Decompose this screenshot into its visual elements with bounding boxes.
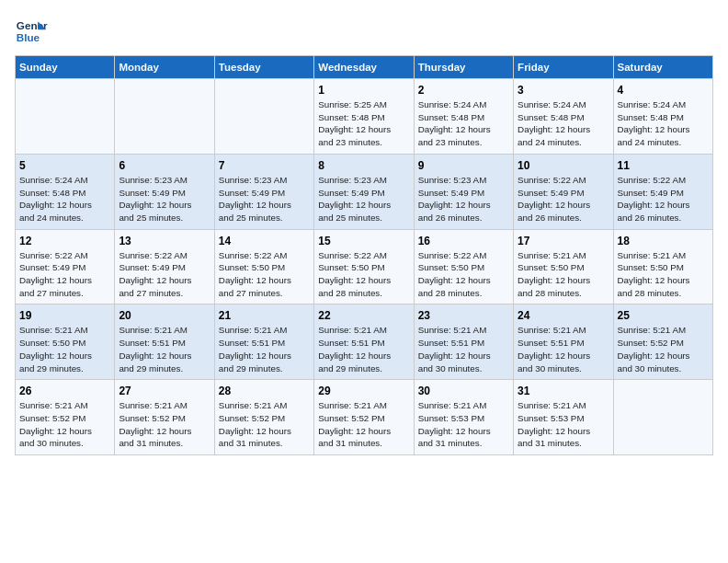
day-info: Sunrise: 5:21 AM Sunset: 5:50 PM Dayligh… — [19, 324, 110, 374]
day-info: Sunrise: 5:21 AM Sunset: 5:53 PM Dayligh… — [418, 399, 509, 450]
calendar-cell: 9Sunrise: 5:23 AM Sunset: 5:49 PM Daylig… — [414, 154, 513, 229]
col-header-wednesday: Wednesday — [314, 56, 414, 79]
day-number: 23 — [418, 309, 509, 322]
logo-icon: General Blue — [15, 15, 48, 48]
day-info: Sunrise: 5:21 AM Sunset: 5:52 PM Dayligh… — [19, 399, 110, 450]
day-info: Sunrise: 5:21 AM Sunset: 5:50 PM Dayligh… — [518, 249, 609, 300]
calendar-cell — [16, 79, 115, 155]
day-info: Sunrise: 5:21 AM Sunset: 5:51 PM Dayligh… — [318, 324, 409, 374]
day-info: Sunrise: 5:24 AM Sunset: 5:48 PM Dayligh… — [418, 98, 509, 149]
col-header-monday: Monday — [115, 56, 214, 79]
col-header-thursday: Thursday — [414, 56, 513, 79]
calendar-cell: 5Sunrise: 5:24 AM Sunset: 5:48 PM Daylig… — [16, 154, 115, 229]
day-info: Sunrise: 5:24 AM Sunset: 5:48 PM Dayligh… — [19, 174, 110, 224]
day-number: 16 — [418, 235, 509, 247]
day-number: 28 — [219, 385, 310, 397]
calendar-cell: 24Sunrise: 5:21 AM Sunset: 5:51 PM Dayli… — [514, 304, 613, 380]
day-info: Sunrise: 5:21 AM Sunset: 5:52 PM Dayligh… — [618, 324, 709, 374]
day-number: 11 — [618, 159, 709, 172]
day-number: 18 — [618, 235, 709, 247]
day-number: 29 — [318, 385, 409, 397]
day-number: 24 — [518, 309, 609, 322]
calendar-cell: 12Sunrise: 5:22 AM Sunset: 5:49 PM Dayli… — [16, 229, 115, 304]
day-number: 21 — [219, 309, 310, 322]
calendar-cell: 7Sunrise: 5:23 AM Sunset: 5:49 PM Daylig… — [214, 154, 313, 229]
day-number: 8 — [318, 159, 409, 172]
calendar-week-row: 1Sunrise: 5:25 AM Sunset: 5:48 PM Daylig… — [16, 79, 713, 155]
calendar-cell: 3Sunrise: 5:24 AM Sunset: 5:48 PM Daylig… — [514, 79, 613, 155]
calendar-cell: 10Sunrise: 5:22 AM Sunset: 5:49 PM Dayli… — [514, 154, 613, 229]
calendar-cell: 16Sunrise: 5:22 AM Sunset: 5:50 PM Dayli… — [414, 229, 513, 304]
day-number: 15 — [318, 235, 409, 247]
calendar-cell: 29Sunrise: 5:21 AM Sunset: 5:52 PM Dayli… — [314, 380, 414, 455]
logo: General Blue — [15, 15, 48, 48]
day-info: Sunrise: 5:21 AM Sunset: 5:51 PM Dayligh… — [219, 324, 310, 374]
day-info: Sunrise: 5:21 AM Sunset: 5:50 PM Dayligh… — [618, 249, 709, 300]
day-info: Sunrise: 5:22 AM Sunset: 5:49 PM Dayligh… — [618, 174, 709, 224]
calendar-cell: 27Sunrise: 5:21 AM Sunset: 5:52 PM Dayli… — [115, 380, 214, 455]
calendar-week-row: 5Sunrise: 5:24 AM Sunset: 5:48 PM Daylig… — [16, 154, 713, 229]
calendar-cell: 22Sunrise: 5:21 AM Sunset: 5:51 PM Dayli… — [314, 304, 414, 380]
day-info: Sunrise: 5:21 AM Sunset: 5:52 PM Dayligh… — [318, 399, 409, 450]
day-number: 13 — [119, 235, 210, 247]
calendar-week-row: 19Sunrise: 5:21 AM Sunset: 5:50 PM Dayli… — [16, 304, 713, 380]
day-info: Sunrise: 5:25 AM Sunset: 5:48 PM Dayligh… — [318, 98, 409, 149]
col-header-sunday: Sunday — [16, 56, 115, 79]
calendar-cell: 19Sunrise: 5:21 AM Sunset: 5:50 PM Dayli… — [16, 304, 115, 380]
calendar-cell: 28Sunrise: 5:21 AM Sunset: 5:52 PM Dayli… — [214, 380, 313, 455]
calendar-cell: 21Sunrise: 5:21 AM Sunset: 5:51 PM Dayli… — [214, 304, 313, 380]
svg-text:Blue: Blue — [17, 31, 40, 43]
day-info: Sunrise: 5:22 AM Sunset: 5:49 PM Dayligh… — [119, 249, 210, 300]
col-header-tuesday: Tuesday — [214, 56, 313, 79]
calendar-cell: 23Sunrise: 5:21 AM Sunset: 5:51 PM Dayli… — [414, 304, 513, 380]
day-info: Sunrise: 5:21 AM Sunset: 5:52 PM Dayligh… — [119, 399, 210, 450]
calendar-cell: 6Sunrise: 5:23 AM Sunset: 5:49 PM Daylig… — [115, 154, 214, 229]
calendar-cell: 30Sunrise: 5:21 AM Sunset: 5:53 PM Dayli… — [414, 380, 513, 455]
day-info: Sunrise: 5:22 AM Sunset: 5:49 PM Dayligh… — [19, 249, 110, 300]
calendar-cell: 31Sunrise: 5:21 AM Sunset: 5:53 PM Dayli… — [514, 380, 613, 455]
calendar-cell — [214, 79, 313, 155]
page-header: General Blue — [15, 15, 713, 48]
day-info: Sunrise: 5:23 AM Sunset: 5:49 PM Dayligh… — [418, 174, 509, 224]
day-info: Sunrise: 5:21 AM Sunset: 5:51 PM Dayligh… — [418, 324, 509, 374]
calendar-cell: 18Sunrise: 5:21 AM Sunset: 5:50 PM Dayli… — [613, 229, 712, 304]
day-info: Sunrise: 5:21 AM Sunset: 5:51 PM Dayligh… — [119, 324, 210, 374]
day-number: 17 — [518, 235, 609, 247]
day-number: 27 — [119, 385, 210, 397]
day-number: 6 — [119, 159, 210, 172]
calendar-header-row: SundayMondayTuesdayWednesdayThursdayFrid… — [16, 56, 713, 79]
day-info: Sunrise: 5:21 AM Sunset: 5:53 PM Dayligh… — [518, 399, 609, 450]
day-number: 4 — [618, 84, 709, 97]
col-header-friday: Friday — [514, 56, 613, 79]
day-number: 26 — [19, 385, 110, 397]
day-info: Sunrise: 5:23 AM Sunset: 5:49 PM Dayligh… — [318, 174, 409, 224]
day-number: 25 — [618, 309, 709, 322]
day-info: Sunrise: 5:22 AM Sunset: 5:49 PM Dayligh… — [518, 174, 609, 224]
day-info: Sunrise: 5:24 AM Sunset: 5:48 PM Dayligh… — [618, 98, 709, 149]
day-number: 1 — [318, 84, 409, 97]
day-info: Sunrise: 5:22 AM Sunset: 5:50 PM Dayligh… — [219, 249, 310, 300]
calendar-cell: 25Sunrise: 5:21 AM Sunset: 5:52 PM Dayli… — [613, 304, 712, 380]
day-number: 5 — [19, 159, 110, 172]
day-number: 2 — [418, 84, 509, 97]
calendar-table: SundayMondayTuesdayWednesdayThursdayFrid… — [15, 55, 713, 455]
calendar-cell: 11Sunrise: 5:22 AM Sunset: 5:49 PM Dayli… — [613, 154, 712, 229]
calendar-cell: 20Sunrise: 5:21 AM Sunset: 5:51 PM Dayli… — [115, 304, 214, 380]
day-number: 20 — [119, 309, 210, 322]
day-number: 14 — [219, 235, 310, 247]
calendar-cell: 15Sunrise: 5:22 AM Sunset: 5:50 PM Dayli… — [314, 229, 414, 304]
day-number: 19 — [19, 309, 110, 322]
calendar-week-row: 26Sunrise: 5:21 AM Sunset: 5:52 PM Dayli… — [16, 380, 713, 455]
day-number: 31 — [518, 385, 609, 397]
day-number: 30 — [418, 385, 509, 397]
calendar-cell: 8Sunrise: 5:23 AM Sunset: 5:49 PM Daylig… — [314, 154, 414, 229]
day-info: Sunrise: 5:23 AM Sunset: 5:49 PM Dayligh… — [119, 174, 210, 224]
day-number: 22 — [318, 309, 409, 322]
calendar-cell: 26Sunrise: 5:21 AM Sunset: 5:52 PM Dayli… — [16, 380, 115, 455]
day-number: 3 — [518, 84, 609, 97]
day-number: 9 — [418, 159, 509, 172]
day-info: Sunrise: 5:24 AM Sunset: 5:48 PM Dayligh… — [518, 98, 609, 149]
day-info: Sunrise: 5:21 AM Sunset: 5:51 PM Dayligh… — [518, 324, 609, 374]
day-info: Sunrise: 5:22 AM Sunset: 5:50 PM Dayligh… — [418, 249, 509, 300]
day-info: Sunrise: 5:21 AM Sunset: 5:52 PM Dayligh… — [219, 399, 310, 450]
